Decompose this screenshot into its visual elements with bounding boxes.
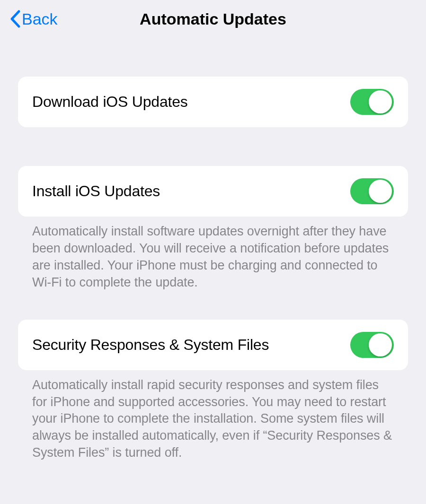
security-responses-label: Security Responses & System Files <box>32 336 269 354</box>
install-ios-updates-label: Install iOS Updates <box>32 182 160 200</box>
install-ios-updates-toggle[interactable] <box>350 178 394 204</box>
security-responses-toggle[interactable] <box>350 332 394 358</box>
page-title: Automatic Updates <box>140 10 286 28</box>
download-ios-updates-label: Download iOS Updates <box>32 93 188 111</box>
toggle-knob <box>369 333 392 356</box>
install-updates-footer: Automatically install software updates o… <box>18 217 408 291</box>
download-ios-updates-toggle[interactable] <box>350 89 394 115</box>
chevron-left-icon <box>9 9 21 28</box>
security-responses-cell: Security Responses & System Files <box>18 320 408 370</box>
install-ios-updates-cell: Install iOS Updates <box>18 166 408 217</box>
back-button[interactable]: Back <box>9 9 58 28</box>
back-label: Back <box>22 10 58 28</box>
download-updates-section: Download iOS Updates <box>0 77 426 127</box>
security-responses-footer: Automatically install rapid security res… <box>18 370 408 462</box>
download-ios-updates-cell: Download iOS Updates <box>18 77 408 127</box>
install-updates-section: Install iOS Updates Automatically instal… <box>0 166 426 291</box>
security-responses-section: Security Responses & System Files Automa… <box>0 320 426 462</box>
toggle-knob <box>369 90 392 113</box>
navigation-bar: Back Automatic Updates <box>0 0 426 38</box>
toggle-knob <box>369 180 392 203</box>
